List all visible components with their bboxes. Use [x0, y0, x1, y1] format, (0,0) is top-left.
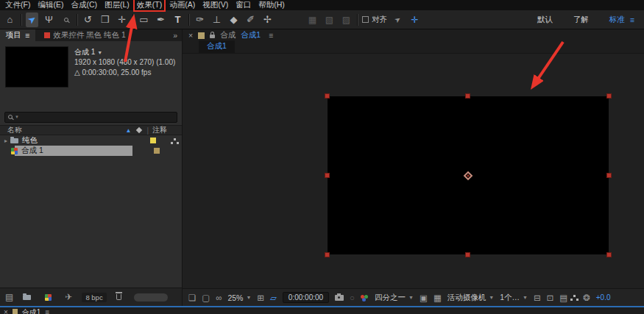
project-row-纯色[interactable]: ▸纯色	[0, 135, 182, 146]
project-flowchart-icon[interactable]: ✈	[65, 292, 72, 302]
toolbar-separator	[21, 14, 21, 26]
transparency-grid-icon[interactable]: ▦	[434, 293, 442, 303]
handle-top-center[interactable]	[465, 93, 470, 99]
menu-item-帮助(H)[interactable]: 帮助(H)	[256, 0, 287, 10]
reset-exposure-icon[interactable]: ❂	[583, 293, 590, 303]
handle-middle-left[interactable]	[325, 173, 330, 178]
workspace-menu-icon[interactable]: ≡	[630, 15, 634, 24]
menu-item-视图(V)[interactable]: 视图(V)	[200, 0, 230, 10]
stereo-3d-glasses-icon[interactable]: ∞	[216, 293, 222, 302]
tab-project[interactable]: 项目 ≡	[0, 29, 35, 41]
twirl-icon[interactable]: ▸	[4, 138, 10, 144]
puppet-pin-tool-icon[interactable]: ✢	[261, 13, 274, 27]
mask-cursor-icon[interactable]: ➤	[389, 10, 407, 29]
camera-tool-icon[interactable]: ❒	[99, 13, 111, 27]
composition-viewport[interactable]	[183, 53, 644, 288]
tab-effect-controls[interactable]: 效果控件 黑色 纯色 1	[44, 30, 126, 40]
type-tool-icon[interactable]: T	[171, 13, 184, 27]
project-bottom-bar: ▤✈8 bpc	[0, 288, 182, 306]
snapshot-camera-icon[interactable]	[335, 295, 344, 301]
main-viewer-icon[interactable]: ▢	[202, 293, 210, 303]
menu-item-文件(F)[interactable]: 文件(F)	[3, 0, 32, 10]
rotation-tool-icon[interactable]: ↺	[82, 13, 94, 27]
chevron-down-icon: ▼	[246, 295, 251, 300]
handle-top-left[interactable]	[325, 93, 330, 99]
bit-depth-button[interactable]: 8 bpc	[82, 293, 106, 302]
composition-name[interactable]: 合成 1	[74, 48, 95, 56]
project-list-empty-area	[0, 156, 182, 288]
eraser-tool-icon[interactable]: ◆	[227, 13, 240, 27]
region-of-interest-icon[interactable]: ▣	[420, 293, 428, 303]
menu-item-窗口[interactable]: 窗口	[233, 0, 253, 10]
chevron-down-icon[interactable]: ▼	[97, 50, 102, 55]
selection-tool-icon[interactable]: ➤	[26, 13, 38, 27]
align-toggle[interactable]: 对齐	[362, 15, 387, 25]
workspace-standard-button[interactable]: 标准	[609, 15, 625, 25]
comp-flowchart-icon[interactable]	[573, 295, 576, 297]
handle-bottom-center[interactable]	[465, 252, 470, 257]
always-preview-icon[interactable]: ❏	[188, 293, 196, 303]
grid-guides-icon[interactable]: ⊞	[257, 293, 264, 303]
show-snapshot-icon[interactable]: ○	[350, 293, 355, 302]
breadcrumb-comp-name[interactable]: 合成1	[241, 30, 261, 40]
learn-button[interactable]: 了解	[573, 15, 589, 25]
handle-middle-right[interactable]	[606, 173, 612, 178]
channel-settings-icon[interactable]	[361, 295, 364, 299]
magnification-dropdown[interactable]: 25%▼	[227, 293, 251, 302]
lock-icon[interactable]	[210, 35, 215, 38]
align-checkbox[interactable]	[362, 16, 369, 23]
label-column-icon[interactable]	[136, 127, 142, 133]
fast-preview-icon[interactable]: ⊡	[547, 293, 554, 303]
timeline-icon[interactable]: ▤	[559, 293, 567, 303]
new-folder-icon[interactable]	[23, 295, 31, 300]
search-input[interactable]: ▼	[4, 112, 177, 123]
tab-overflow-icon[interactable]: »	[173, 31, 182, 40]
expansion-icon[interactable]: ✛	[408, 13, 421, 27]
panel-menu-icon[interactable]: ≡	[269, 31, 273, 40]
delete-icon[interactable]	[116, 294, 121, 300]
3d-view-dropdown[interactable]: 活动摄像机▼	[447, 293, 494, 303]
home-icon[interactable]: ⌂	[4, 13, 16, 27]
resolution-dropdown[interactable]: 四分之一▼	[375, 293, 414, 303]
workspace-default-button[interactable]: 默认	[537, 15, 553, 25]
sort-ascending-icon[interactable]: ▲	[125, 127, 131, 134]
view-layout-dropdown[interactable]: 1个…▼	[500, 293, 528, 303]
handle-top-right[interactable]	[606, 93, 612, 99]
roto-brush-tool-icon[interactable]: ✐	[244, 13, 257, 27]
zoom-tool-icon[interactable]	[60, 13, 72, 27]
exposure-value[interactable]: +0.0	[596, 293, 611, 301]
label-color-chip[interactable]	[154, 148, 160, 154]
current-time[interactable]: 0:00:00:00	[283, 292, 329, 303]
viewer-tab-comp1[interactable]: 合成1	[199, 40, 235, 53]
mask-visibility-icon[interactable]: ▱	[270, 293, 277, 303]
project-info: 合成 1 ▼ 1920 x 1080 (480 x 270) (1.00) △ …	[0, 41, 182, 109]
pan-behind-tool-icon[interactable]: ✛	[116, 13, 128, 27]
close-icon[interactable]: ×	[4, 309, 8, 314]
menu-item-动画(A)[interactable]: 动画(A)	[167, 0, 197, 10]
column-name[interactable]: 名称	[4, 125, 125, 135]
new-composition-icon[interactable]	[45, 294, 52, 301]
panel-menu-icon[interactable]: ≡	[25, 31, 29, 40]
column-comment[interactable]: 注释	[152, 125, 177, 135]
anchor-point[interactable]	[464, 171, 473, 180]
stamp-tool-icon[interactable]: ⊥	[210, 13, 223, 27]
interpret-footage-icon[interactable]: ▤	[5, 292, 13, 302]
handle-bottom-left[interactable]	[325, 252, 330, 257]
black-solid-layer[interactable]	[328, 96, 609, 254]
handle-bottom-right[interactable]	[606, 252, 612, 257]
menu-item-效果(T)[interactable]: 效果(T)	[135, 0, 164, 10]
hand-tool-icon[interactable]: Ψ	[43, 13, 55, 27]
menu-item-合成(C)[interactable]: 合成(C)	[68, 0, 99, 10]
timeline-tab-label[interactable]: 合成1	[22, 309, 41, 314]
project-flowchart-icon[interactable]	[174, 138, 176, 140]
project-row-合成 1[interactable]: 合成 1	[0, 146, 182, 156]
brush-tool-icon[interactable]: ✑	[194, 13, 206, 27]
shape-tool-icon[interactable]: ▭	[138, 13, 150, 27]
pixel-aspect-correction-icon[interactable]: ⊟	[534, 293, 541, 303]
label-color-chip[interactable]	[150, 138, 156, 143]
pen-tool-icon[interactable]: ✒	[155, 13, 167, 27]
panel-menu-icon[interactable]: ≡	[45, 309, 49, 314]
close-icon[interactable]: ×	[188, 31, 193, 40]
menu-item-图层(L)[interactable]: 图层(L)	[102, 0, 132, 10]
menu-item-编辑(E)[interactable]: 编辑(E)	[35, 0, 66, 10]
